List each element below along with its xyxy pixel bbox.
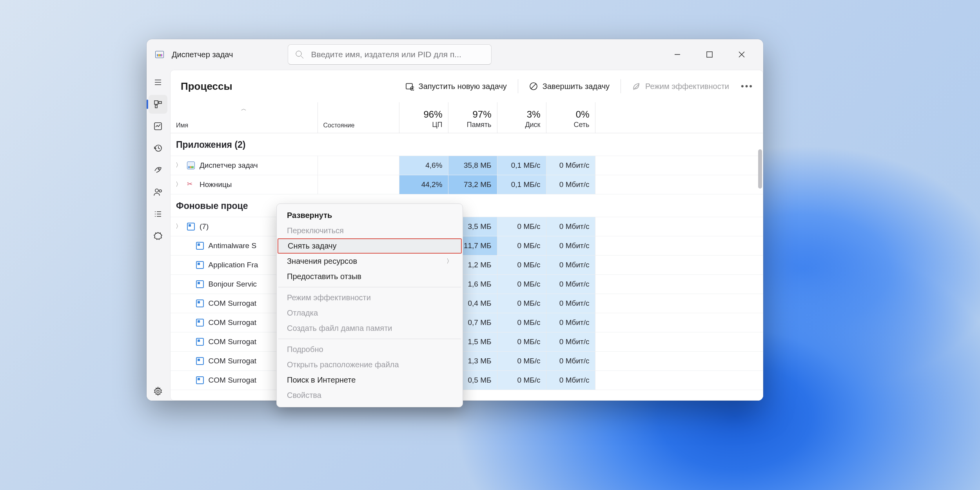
svg-line-1 [301,56,303,58]
end-task-button[interactable]: Завершить задачу [521,77,617,95]
group-background: Фоновые проце [171,194,763,217]
process-icon [187,181,195,189]
nav-users[interactable] [149,183,167,201]
run-new-task-button[interactable]: Запустить новую задачу [397,77,515,95]
ctx-resource-values[interactable]: Значения ресурсов〉 [277,254,463,269]
app-icon [155,51,164,58]
nav-history[interactable] [149,139,167,158]
svg-point-0 [296,51,301,56]
ctx-feedback[interactable]: Предоставить отзыв [277,269,463,284]
ctx-separator [278,339,461,339]
process-name: COM Surrogat [209,299,256,308]
process-row[interactable]: COM Surrogat % 1,5 МБ 0 МБ/с 0 Мбит/с [171,332,763,351]
net-cell: 0 Мбит/с [546,255,595,274]
chevron-right-icon: 〉 [446,258,452,265]
process-name: COM Surrogat [209,357,256,365]
process-name: COM Surrogat [209,376,256,385]
scrollbar[interactable] [758,149,762,189]
nav-rail [147,70,169,401]
process-icon [196,319,204,327]
process-name: COM Surrogat [209,318,256,327]
nav-settings[interactable] [149,382,167,401]
chevron-right-icon[interactable]: 〉 [174,162,182,169]
process-row[interactable]: Bonjour Servic % 1,6 МБ 0 МБ/с 0 Мбит/с [171,274,763,294]
search-input[interactable]: Введите имя, издателя или PID для п... [288,44,492,65]
process-row[interactable]: COM Surrogat % 0,7 МБ 0 МБ/с 0 Мбит/с [171,313,763,332]
close-button[interactable] [726,45,758,64]
net-cell: 0 Мбит/с [546,274,595,294]
svg-point-14 [158,169,159,170]
net-cell: 0 Мбит/с [546,294,595,313]
process-name: COM Surrogat [209,338,256,346]
process-name: Диспетчер задач [200,161,258,170]
titlebar: Диспетчер задач Введите имя, издателя ил… [147,39,763,70]
minimize-button[interactable] [661,45,693,64]
svg-point-16 [159,190,162,192]
process-icon [196,299,204,307]
page-heading: Процессы [181,80,232,93]
process-table: ︿Имя Состояние 96%ЦП 97%Память 3%Диск 0%… [171,102,763,400]
svg-rect-10 [159,102,162,103]
net-cell: 0 Мбит/с [546,236,595,255]
chevron-right-icon[interactable]: 〉 [174,223,182,230]
ctx-end-task[interactable]: Снять задачу [278,238,462,254]
ctx-separator [278,287,461,287]
ctx-details: Подробно [277,342,463,357]
disk-cell: 0 МБ/с [497,274,546,294]
maximize-button[interactable] [693,45,726,64]
nav-performance[interactable] [149,117,167,136]
process-row[interactable]: Application Fra % 1,2 МБ 0 МБ/с 0 Мбит/с [171,255,763,274]
efficiency-mode-button[interactable]: Режим эффективности [624,77,737,95]
process-row[interactable]: COM Surrogat % 1,3 МБ 0 МБ/с 0 Мбит/с [171,351,763,370]
disk-cell: 0 МБ/с [497,332,546,351]
col-state[interactable]: Состояние [318,102,399,133]
process-icon [196,261,204,269]
context-menu: Развернуть Переключиться Снять задачу Зн… [276,203,463,407]
ctx-expand[interactable]: Развернуть [277,208,463,223]
content-toolbar: Процессы Запустить новую задачу Завершит… [171,70,763,102]
nav-hamburger[interactable] [149,73,167,92]
search-placeholder: Введите имя, издателя или PID для п... [311,50,461,59]
svg-point-15 [155,189,158,192]
end-task-icon [529,82,538,91]
ctx-open-location: Открыть расположение файла [277,357,463,372]
col-name[interactable]: ︿Имя [171,102,318,133]
col-cpu[interactable]: 96%ЦП [399,102,448,133]
process-icon [196,280,204,288]
net-cell: 0 Мбит/с [546,313,595,332]
process-icon [196,338,204,346]
divider [621,79,621,93]
nav-details[interactable] [149,205,167,223]
nav-startup[interactable] [149,161,167,180]
process-row[interactable]: COM Surrogat % 0,4 МБ 0 МБ/с 0 Мбит/с [171,294,763,313]
disk-cell: 0 МБ/с [497,294,546,313]
content-pane: Процессы Запустить новую задачу Завершит… [170,70,763,401]
col-disk[interactable]: 3%Диск [497,102,546,133]
more-button[interactable]: ••• [739,81,756,91]
group-apps: Приложения (2) [171,133,763,156]
process-icon [187,162,195,169]
cpu-cell: 4,6% [399,156,448,175]
process-row[interactable]: COM Surrogat 0% 0,5 МБ 0 МБ/с 0 Мбит/с [171,370,763,390]
svg-point-23 [157,390,159,392]
disk-cell: 0,1 МБ/с [497,175,546,194]
sort-indicator-icon: ︿ [241,105,247,113]
process-row[interactable]: 〉Ножницы 44,2% 73,2 МБ 0,1 МБ/с 0 Мбит/с [171,175,763,194]
disk-cell: 0 МБ/с [497,313,546,332]
net-cell: 0 Мбит/с [546,156,595,175]
process-row[interactable]: 〉Диспетчер задач 4,6% 35,8 МБ 0,1 МБ/с 0… [171,156,763,175]
disk-cell: 0 МБ/с [497,236,546,255]
svg-rect-11 [155,105,157,108]
disk-cell: 0,1 МБ/с [497,156,546,175]
process-name: Antimalware S [209,241,257,250]
col-network[interactable]: 0%Сеть [546,102,595,133]
process-row[interactable]: Antimalware S % 11,7 МБ 0 МБ/с 0 Мбит/с [171,236,763,255]
disk-cell: 0 МБ/с [497,255,546,274]
ctx-search-online[interactable]: Поиск в Интернете [277,372,463,388]
nav-processes[interactable] [149,95,167,114]
process-row[interactable]: 〉(7) % 3,5 МБ 0 МБ/с 0 Мбит/с [171,217,763,236]
nav-services[interactable] [149,227,167,245]
process-name: Bonjour Servic [209,280,257,289]
col-memory[interactable]: 97%Память [448,102,497,133]
chevron-right-icon[interactable]: 〉 [174,181,182,188]
